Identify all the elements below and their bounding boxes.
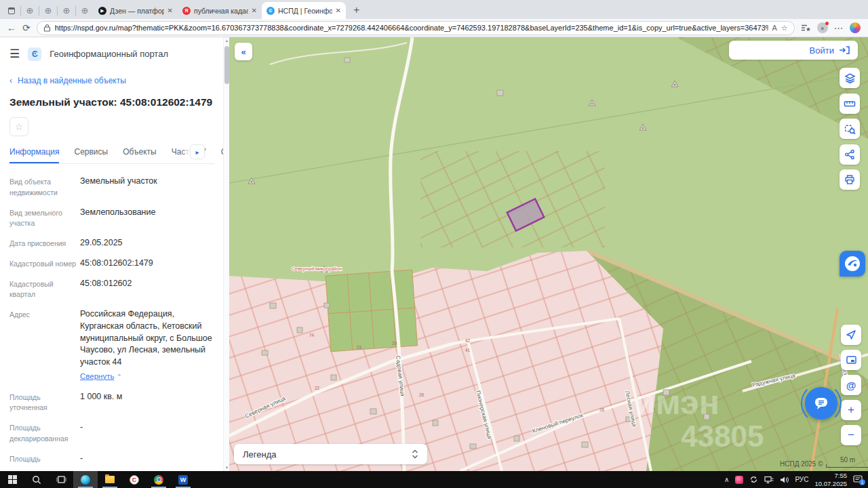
minimap-button[interactable] [841,350,861,370]
tray-app-icon[interactable] [735,476,743,484]
back-chevron-icon: ‹ [9,76,12,85]
field-row-address: Адрес Российская Федерация, Курганская о… [9,308,214,383]
svg-text:имэн: имэн [635,384,719,422]
print-button[interactable] [840,169,860,190]
legend-label: Легенда [243,449,276,460]
start-button[interactable] [0,471,24,488]
notification-button[interactable]: 1 [853,475,863,484]
scrollbar-thumb[interactable] [224,46,229,84]
back-to-results-link[interactable]: ‹ Назад в найденные объекты [9,76,214,85]
sidebar-scrollbar[interactable]: ▲ ▼ [223,37,229,471]
close-icon[interactable]: ✕ [167,7,173,14]
legend-bar[interactable]: Легенда [234,444,427,464]
tab-yandex-map[interactable]: Я публичная кадастровая карта — ✕ [178,2,262,19]
task-view-button[interactable] [49,471,73,488]
layers-button[interactable] [840,68,860,88]
copilot-icon[interactable] [850,22,861,33]
collapse-sidebar-button[interactable]: « [235,43,252,60]
tab-objects[interactable]: Объекты [123,147,157,163]
field-row: Дата присвоения 29.05.2025 [9,237,214,249]
zoom-in-button[interactable]: + [841,400,861,420]
svg-text:42: 42 [465,338,471,343]
new-tab-button[interactable]: ＋ [351,3,361,16]
globe-icon: ⊕ [45,5,52,16]
chat-button[interactable] [805,387,837,420]
taskbar-edge-button[interactable] [73,471,98,488]
volume-icon[interactable] [780,476,789,484]
collapse-address-link[interactable]: Свернуть [80,371,114,382]
taskbar-search-button[interactable] [24,471,49,488]
clock[interactable]: 7:55 10.07.2025 [814,472,847,487]
field-row: Площадь уточненная 1 000 кв. м [9,391,214,414]
taskbar-explorer-button[interactable] [98,471,122,488]
tab-dzen[interactable]: ▶ Дзен — платформа для просмо ✕ [94,2,178,19]
read-aloud-icon[interactable]: A [772,24,777,32]
windows-logo-icon [8,475,17,484]
task-view-icon [56,475,66,484]
language-indicator[interactable]: РУС [795,476,808,483]
area-search-button[interactable] [840,119,860,139]
scroll-down-icon[interactable]: ▼ [224,466,229,470]
pinned-tab-4[interactable]: ⊕ [76,2,94,19]
back-nav-icon[interactable]: ← [7,23,16,33]
at-sign-icon: @ [846,380,856,391]
pinned-tab-1[interactable]: ⊕ [21,2,39,19]
minimap-icon [846,354,857,365]
ruler-icon [844,98,856,109]
plus-icon: + [848,403,854,417]
c-app-icon: C [130,475,139,485]
close-icon[interactable]: ✕ [252,7,257,14]
favorites-bar-icon[interactable] [801,24,811,33]
locate-button[interactable] [841,325,861,345]
yandex-icon: Я [182,7,191,15]
pinned-tab-2[interactable]: ⊕ [39,2,57,19]
tab-services[interactable]: Сервисы [74,147,108,163]
profile-alert-dot [825,22,829,25]
chevron-up-icon[interactable]: ⌃ [117,373,122,380]
close-icon[interactable]: ✕ [336,7,341,14]
dzen-icon: ▶ [98,7,106,15]
pinned-tab-3[interactable]: ⊕ [58,2,75,19]
hamburger-menu-icon[interactable]: ☰ [9,47,20,61]
windows-taskbar: C W ∧ РУС 7:55 10.07.2025 1 [0,471,868,488]
login-bar[interactable]: Войти [729,41,858,60]
network-icon[interactable] [764,476,774,484]
taskbar-app-button[interactable]: C [122,471,146,488]
login-label[interactable]: Войти [810,45,834,56]
district-label: Северный микрорайон [292,266,342,272]
bookmark-star-icon[interactable]: ☆ [781,24,788,33]
measure-button[interactable] [840,94,860,114]
profile-avatar[interactable]: ● [817,22,828,33]
taskbar-chrome-button[interactable] [146,471,171,488]
svg-text:29: 29 [392,341,397,346]
tab-nspd-active[interactable]: Ͼ НСПД | Геоинформационный п ✕ [262,2,346,19]
field-row: Площадь - [9,453,214,465]
tab-information[interactable]: Информация [9,147,59,163]
scroll-up-icon[interactable]: ▲ [224,39,229,43]
portal-title: Геоинформационный портал [50,49,168,59]
svg-text:43805: 43805 [681,420,764,453]
nspd-icon: Ͼ [267,7,275,15]
date: 10.07.2025 [814,480,847,487]
favorite-star-button[interactable]: ☆ [9,117,28,136]
taskbar-word-button[interactable]: W [171,471,195,488]
coordinates-button[interactable]: @ [841,375,861,395]
reload-icon[interactable]: ⟳ [22,23,31,33]
sync-icon[interactable] [749,475,758,484]
cadastral-map[interactable]: 74 29 23 22 42 41 28 26 Северная улица С… [229,37,868,471]
file-explorer-icon [105,476,115,483]
sputnik-badge-icon[interactable] [840,251,865,277]
svg-text:41: 41 [465,348,471,352]
tabs-scroll-right-button[interactable]: ▸ [190,144,205,159]
zoom-out-button[interactable]: − [841,425,861,445]
tab-search-button[interactable] [3,2,20,19]
browser-tab-strip: ⊕ ⊕ ⊕ ⊕ ▶ Дзен — платформа для просмо ✕ … [0,0,868,19]
field-row: Кадастровый квартал 45:08:012602 [9,278,214,301]
svg-text:23: 23 [357,345,362,350]
field-row: Вид земельного участка Землепользование [9,207,214,230]
map-canvas[interactable]: 74 29 23 22 42 41 28 26 Северная улица С… [229,37,868,471]
tray-expand-icon[interactable]: ∧ [724,476,729,483]
address-bar[interactable]: https://nspd.gov.ru/map?thematic=PKK&zoo… [37,21,795,35]
more-menu-icon[interactable]: ⋯ [834,23,844,33]
share-button[interactable] [840,144,860,165]
